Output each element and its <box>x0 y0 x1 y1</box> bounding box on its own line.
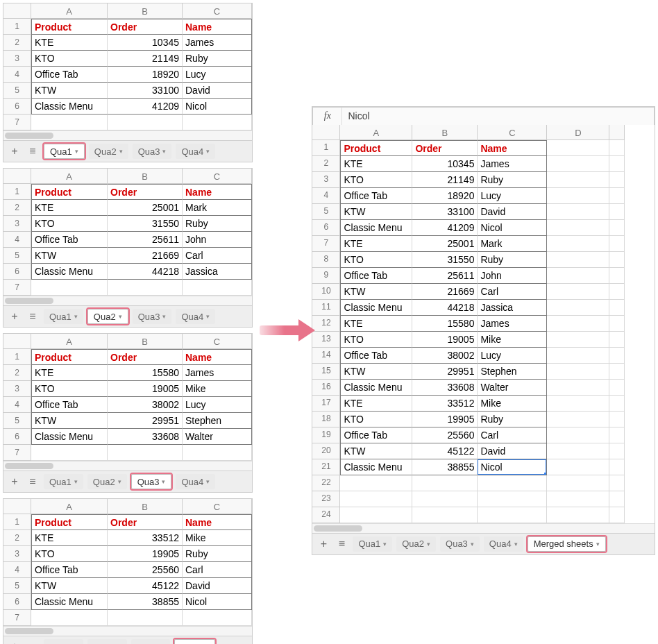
cell[interactable]: Office Tab <box>31 232 108 248</box>
cell[interactable]: Carl <box>183 248 252 264</box>
row-header[interactable]: 14 <box>312 348 340 364</box>
row-header[interactable]: 17 <box>312 396 340 412</box>
grid-merged[interactable]: A B C D 1 Product Order Name 2KTE10345Ja… <box>312 125 655 523</box>
cell[interactable]: 45122 <box>412 443 478 459</box>
tab-qua4[interactable]: Qua4▾ <box>176 144 215 159</box>
horizontal-scrollbar[interactable] <box>3 461 252 471</box>
cell[interactable] <box>547 300 609 316</box>
cell[interactable] <box>547 172 609 188</box>
row-header[interactable]: 1 <box>312 140 340 156</box>
all-sheets-icon[interactable]: ≡ <box>335 537 348 551</box>
cell[interactable]: Product <box>340 140 412 156</box>
cell[interactable]: Order <box>108 514 183 530</box>
cell[interactable] <box>609 507 625 523</box>
row-header[interactable]: 12 <box>312 316 340 332</box>
row-header[interactable]: 23 <box>312 491 340 507</box>
cell[interactable] <box>609 300 625 316</box>
cell[interactable]: Classic Menu <box>31 264 108 280</box>
cell[interactable]: 41209 <box>108 99 183 115</box>
tab-qua3[interactable]: Qua3▾ <box>133 309 172 324</box>
cell[interactable] <box>609 459 625 475</box>
cell[interactable]: Name <box>183 19 252 35</box>
cell[interactable]: Classic Menu <box>340 380 412 396</box>
row-header[interactable]: 2 <box>3 200 31 216</box>
cell[interactable]: Lucy <box>478 348 547 364</box>
col-header-a[interactable]: A <box>31 499 108 514</box>
horizontal-scrollbar[interactable] <box>3 626 252 636</box>
cell[interactable]: 19905 <box>108 546 183 562</box>
row-header[interactable]: 9 <box>312 268 340 284</box>
tab-merged-sheets[interactable]: Merged sheets▾ <box>528 536 606 552</box>
row-header[interactable]: 5 <box>3 578 31 594</box>
cell[interactable] <box>609 427 625 443</box>
cell[interactable]: Walter <box>478 380 547 396</box>
cell[interactable]: Order <box>108 19 183 35</box>
tab-qua2[interactable]: Qua2▾ <box>87 639 127 644</box>
row-header[interactable]: 6 <box>312 220 340 236</box>
horizontal-scrollbar[interactable] <box>312 523 655 533</box>
cell[interactable]: 41209 <box>412 220 478 236</box>
cell[interactable] <box>183 280 252 296</box>
cell[interactable]: Office Tab <box>340 427 412 443</box>
cell[interactable] <box>609 396 625 412</box>
cell[interactable] <box>609 172 625 188</box>
cell[interactable]: Classic Menu <box>340 459 412 475</box>
cell[interactable]: 33608 <box>412 380 478 396</box>
cell[interactable]: 19005 <box>108 381 183 397</box>
cell[interactable] <box>412 475 478 491</box>
cell[interactable]: KTO <box>31 51 108 67</box>
cell[interactable]: Ruby <box>183 51 252 67</box>
cell[interactable]: Mike <box>183 530 252 546</box>
cell[interactable]: Ruby <box>478 412 547 427</box>
cell[interactable] <box>547 220 609 236</box>
cell[interactable]: 33608 <box>108 429 183 445</box>
cell[interactable] <box>609 491 625 507</box>
cell[interactable]: KTW <box>31 578 108 594</box>
cell[interactable] <box>609 252 625 268</box>
tab-qua1[interactable]: Qua1▾ <box>44 309 83 324</box>
cell[interactable]: Office Tab <box>31 397 108 413</box>
row-header[interactable]: 15 <box>312 364 340 380</box>
cell[interactable]: Ruby <box>183 216 252 232</box>
row-header[interactable]: 6 <box>3 99 31 115</box>
cell[interactable]: Nicol <box>478 459 547 475</box>
cell[interactable] <box>609 332 625 348</box>
cell[interactable]: 21149 <box>108 51 183 67</box>
col-header-c[interactable]: C <box>183 334 252 349</box>
cell[interactable] <box>547 188 609 204</box>
row-header[interactable]: 3 <box>3 51 31 67</box>
col-header-a[interactable]: A <box>31 169 108 184</box>
cell[interactable] <box>609 140 625 156</box>
cell[interactable] <box>547 396 609 412</box>
cell[interactable]: KTE <box>31 365 108 381</box>
cell[interactable]: KTO <box>340 412 412 427</box>
cell[interactable]: 10345 <box>108 35 183 51</box>
cell[interactable] <box>31 280 108 296</box>
cell[interactable] <box>108 280 183 296</box>
cell[interactable] <box>478 491 547 507</box>
row-header[interactable]: 7 <box>3 610 31 626</box>
cell[interactable]: KTW <box>340 284 412 300</box>
grid-qua3[interactable]: A B C 1 Product Order Name 2 KTE 15580 J… <box>3 334 252 461</box>
cell[interactable]: Name <box>183 514 252 530</box>
cell[interactable] <box>547 412 609 427</box>
cell[interactable]: 33512 <box>108 530 183 546</box>
cell[interactable] <box>340 475 412 491</box>
cell[interactable]: Carl <box>478 427 547 443</box>
cell[interactable]: David <box>183 83 252 99</box>
cell[interactable] <box>609 236 625 252</box>
cell[interactable] <box>609 188 625 204</box>
cell[interactable] <box>609 284 625 300</box>
cell[interactable] <box>609 156 625 172</box>
cell[interactable]: KTO <box>340 252 412 268</box>
cell[interactable]: James <box>183 365 252 381</box>
col-header-c[interactable]: C <box>183 3 252 19</box>
cell[interactable]: James <box>478 156 547 172</box>
cell[interactable]: 21669 <box>412 284 478 300</box>
cell[interactable] <box>609 316 625 332</box>
col-header-c[interactable]: C <box>183 169 252 184</box>
cell[interactable]: Order <box>108 349 183 365</box>
cell[interactable]: 25611 <box>412 268 478 284</box>
cell[interactable] <box>547 427 609 443</box>
row-header[interactable]: 6 <box>3 594 31 610</box>
